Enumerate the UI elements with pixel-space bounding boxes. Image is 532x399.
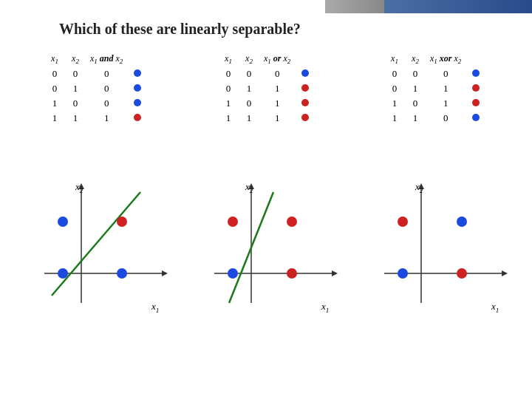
xor-plot-dot-11 [457, 216, 467, 227]
and-row-1: 0 0 0 [44, 66, 148, 81]
and-plot-svg [37, 177, 170, 325]
xor-plot-dot-10 [457, 268, 467, 279]
or-truth-table: x1 x2 x1 or x2 0 0 0 0 1 1 1 0 1 1 1 1 [218, 52, 316, 126]
xor-plot-dot-01 [398, 216, 408, 227]
xor-row-4: 1 1 0 [384, 111, 486, 126]
col-header-and: x1 and x2 [86, 52, 127, 66]
and-r1-x1: 0 [44, 66, 65, 81]
xor-plot: x1 x2 [377, 177, 510, 325]
and-table-section: x1 x2 x1 and x2 0 0 0 0 1 0 1 0 0 1 1 1 [44, 52, 148, 126]
col-header-x1-xor: x1 [384, 52, 405, 66]
or-r2-x1: 0 [218, 81, 239, 96]
col-header-x2-and: x2 [65, 52, 86, 66]
or-row-1: 0 0 0 [218, 66, 316, 81]
or-r2-out: 1 [259, 81, 295, 96]
and-truth-table: x1 x2 x1 and x2 0 0 0 0 1 0 1 0 0 1 1 1 [44, 52, 148, 126]
col-header-x2-xor: x2 [405, 52, 426, 66]
or-plot-dot-01 [228, 216, 238, 227]
or-plot-dot-10 [287, 268, 297, 279]
and-r2-x2: 1 [65, 81, 86, 96]
and-dot-4 [134, 114, 141, 121]
and-plot-dot-10 [117, 268, 127, 279]
and-plot-dot-01 [58, 216, 68, 227]
and-row-2: 0 1 0 [44, 81, 148, 96]
top-bar-gray [325, 0, 384, 13]
or-r4-x1: 1 [218, 111, 239, 126]
xor-r4-out: 0 [426, 111, 466, 126]
or-dot-3 [301, 99, 309, 106]
and-x1-label: x1 [151, 301, 159, 314]
or-dot-1 [301, 69, 309, 77]
or-x2-label: x2 [245, 181, 253, 194]
and-plot: x1 x2 [37, 177, 170, 325]
xor-plot-dot-00 [398, 268, 408, 279]
or-x1-label: x1 [321, 301, 329, 314]
page-title: Which of these are linearly separable? [59, 21, 301, 38]
or-dot-2 [301, 84, 309, 92]
xor-x2-label: x2 [415, 181, 423, 194]
or-r2-x2: 1 [239, 81, 259, 96]
xor-dot-3 [472, 99, 480, 106]
and-dot-1 [134, 69, 141, 77]
and-r4-x2: 1 [65, 111, 86, 126]
or-plot-dot-00 [228, 268, 238, 279]
xor-row-3: 1 0 1 [384, 96, 486, 111]
col-header-xor: x1 xor x2 [426, 52, 466, 66]
svg-marker-8 [332, 270, 338, 276]
and-r3-x1: 1 [44, 96, 65, 111]
xor-row-2: 0 1 1 [384, 81, 486, 96]
and-r4-out: 1 [86, 111, 127, 126]
xor-r1-x2: 0 [405, 66, 426, 81]
or-row-2: 0 1 1 [218, 81, 316, 96]
or-r3-x1: 1 [218, 96, 239, 111]
xor-dot-2 [472, 84, 480, 92]
xor-truth-table: x1 x2 x1 xor x2 0 0 0 0 1 1 1 0 1 1 1 0 [384, 52, 486, 126]
xor-table-section: x1 x2 x1 xor x2 0 0 0 0 1 1 1 0 1 1 1 0 [384, 52, 486, 126]
and-r2-out: 0 [86, 81, 127, 96]
col-header-x1-or: x1 [218, 52, 239, 66]
or-plot-dot-11 [287, 216, 297, 227]
xor-r3-x2: 0 [405, 96, 426, 111]
xor-r4-x2: 1 [405, 111, 426, 126]
or-r1-out: 0 [259, 66, 295, 81]
col-header-or: x1 or x2 [259, 52, 295, 66]
and-row-3: 1 0 0 [44, 96, 148, 111]
xor-plot-svg [377, 177, 510, 325]
col-header-x2-or: x2 [239, 52, 259, 66]
or-row-3: 1 0 1 [218, 96, 316, 111]
svg-marker-13 [502, 270, 508, 276]
svg-marker-3 [162, 270, 168, 276]
xor-r3-out: 1 [426, 96, 466, 111]
xor-x1-label: x1 [491, 301, 499, 314]
or-r1-x1: 0 [218, 66, 239, 81]
and-r4-x1: 1 [44, 111, 65, 126]
xor-row-1: 0 0 0 [384, 66, 486, 81]
or-table-section: x1 x2 x1 or x2 0 0 0 0 1 1 1 0 1 1 1 1 [218, 52, 316, 126]
or-r4-x2: 1 [239, 111, 259, 126]
or-r3-out: 1 [259, 96, 295, 111]
and-r3-x2: 0 [65, 96, 86, 111]
xor-r2-x2: 1 [405, 81, 426, 96]
and-plot-dot-00 [58, 268, 68, 279]
xor-dot-4 [472, 114, 480, 121]
and-r1-out: 0 [86, 66, 127, 81]
and-dot-3 [134, 99, 141, 106]
xor-r4-x1: 1 [384, 111, 405, 126]
and-r1-x2: 0 [65, 66, 86, 81]
or-row-4: 1 1 1 [218, 111, 316, 126]
svg-line-4 [52, 192, 140, 296]
col-header-x1-and: x1 [44, 52, 65, 66]
and-r3-out: 0 [86, 96, 127, 111]
and-row-4: 1 1 1 [44, 111, 148, 126]
xor-r2-out: 1 [426, 81, 466, 96]
xor-r1-x1: 0 [384, 66, 405, 81]
and-x2-label: x2 [75, 181, 83, 194]
xor-r1-out: 0 [426, 66, 466, 81]
or-dot-4 [301, 114, 309, 121]
or-r4-out: 1 [259, 111, 295, 126]
xor-dot-1 [472, 69, 480, 77]
or-r1-x2: 0 [239, 66, 259, 81]
or-plot-svg [207, 177, 340, 325]
or-plot: x1 x2 [207, 177, 340, 325]
and-plot-dot-11 [117, 216, 127, 227]
